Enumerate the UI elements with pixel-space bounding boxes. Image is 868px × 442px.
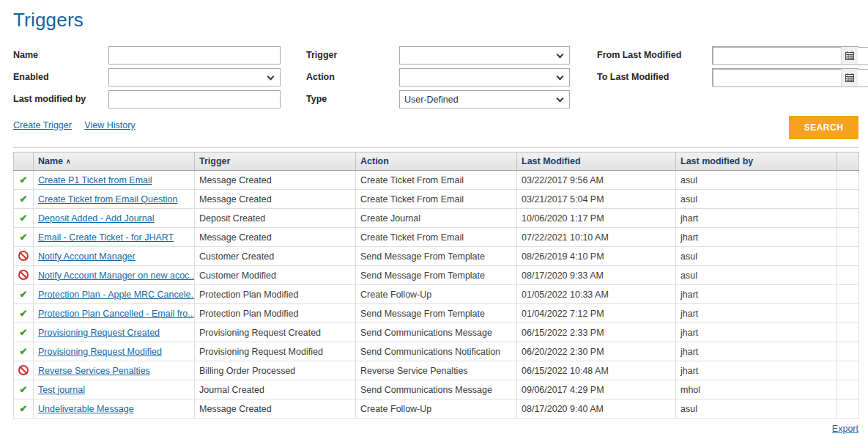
enabled-check-icon: ✔: [20, 308, 28, 319]
last-modified-cell: 08/26/2019 4:10 PM: [517, 247, 676, 266]
trigger-name-link[interactable]: Test journal: [38, 385, 85, 395]
enabled-check-icon: ✔: [20, 346, 28, 357]
last-modified-cell: 06/15/2022 10:48 AM: [517, 361, 676, 380]
last-modified-cell: 01/04/2022 7:12 PM: [517, 304, 676, 323]
action-cell: Create Journal: [356, 209, 517, 228]
disabled-blocked-icon: [18, 270, 29, 280]
trigger-name-link[interactable]: Create Ticket from Email Question: [38, 194, 177, 205]
trigger-cell: Message Created: [195, 399, 356, 419]
name-cell: Test journal: [34, 380, 195, 399]
trigger-name-link[interactable]: Create P1 Ticket from Email: [38, 175, 152, 185]
trigger-name-link[interactable]: Deposit Added - Add Journal: [38, 213, 154, 224]
name-cell: Notify Account Manager: [34, 247, 195, 266]
last-modified-cell: 06/15/2022 2:33 PM: [517, 323, 676, 342]
calendar-icon[interactable]: [841, 69, 858, 86]
trigger-name-link[interactable]: Email - Create Ticket - for JHART: [38, 232, 174, 243]
table-row: ✔ Deposit Added - Add Journal Deposit Cr…: [14, 209, 859, 228]
trigger-column-header[interactable]: Trigger: [195, 152, 356, 171]
action-cell: Send Communications Message: [356, 380, 517, 399]
calendar-icon[interactable]: [841, 47, 858, 64]
table-row: Notify Account Manager on new acoc... Cu…: [14, 266, 859, 285]
last-modified-by-column-header[interactable]: Last modified by: [676, 152, 837, 171]
status-cell: [14, 361, 34, 380]
export-link[interactable]: Export: [832, 424, 858, 434]
empty-cell: [837, 285, 859, 304]
trigger-name-link[interactable]: Undeliverable Message: [38, 404, 134, 414]
trigger-cell: Provisioning Request Created: [195, 323, 356, 342]
type-select[interactable]: User-Defined: [399, 90, 570, 108]
status-cell: ✔: [14, 190, 34, 209]
empty-cell: [837, 228, 859, 247]
last-modified-cell: 10/06/2020 1:17 PM: [517, 209, 676, 228]
last-modified-cell: 06/20/2022 2:30 PM: [517, 342, 676, 361]
last-modified-by-cell: jhart: [676, 285, 837, 304]
last-modified-cell: 01/05/2022 10:33 AM: [517, 285, 676, 304]
from-last-modified-label: From Last Modified: [597, 46, 712, 65]
trigger-name-link[interactable]: Protection Plan Cancelled - Email fro...: [38, 309, 195, 319]
enabled-check-icon: ✔: [20, 213, 28, 224]
action-cell: Send Message From Template: [356, 266, 517, 285]
trigger-name-link[interactable]: Notify Account Manager: [38, 251, 136, 262]
sort-asc-icon: ∧: [66, 158, 71, 165]
table-row: ✔ Create Ticket from Email Question Mess…: [14, 190, 859, 209]
name-cell: Email - Create Ticket - for JHART: [34, 228, 195, 247]
enabled-check-icon: ✔: [20, 384, 28, 395]
search-button[interactable]: SEARCH: [789, 116, 858, 139]
table-row: ✔ Protection Plan - Apple MRC Cancele...…: [14, 285, 859, 304]
action-cell: Send Communications Message: [356, 323, 517, 342]
view-history-link[interactable]: View History: [84, 120, 135, 130]
name-input[interactable]: [108, 46, 281, 65]
trigger-name-link[interactable]: Reverse Services Penalties: [38, 366, 150, 376]
last-modified-by-cell: asul: [676, 190, 837, 209]
enabled-label: Enabled: [13, 68, 108, 86]
trigger-cell: Provisioning Request Modified: [195, 342, 356, 361]
name-cell: Deposit Added - Add Journal: [34, 209, 195, 228]
trigger-name-link[interactable]: Provisioning Request Modified: [38, 347, 162, 357]
trigger-select[interactable]: [399, 46, 570, 65]
trigger-cell: Message Created: [195, 228, 356, 247]
status-cell: ✔: [14, 323, 34, 342]
disabled-blocked-icon: [18, 251, 29, 261]
empty-cell: [837, 399, 859, 419]
empty-cell: [837, 361, 859, 380]
empty-cell: [837, 190, 859, 209]
name-cell: Create P1 Ticket from Email: [34, 171, 195, 190]
trigger-name-link[interactable]: Notify Account Manager on new acoc...: [38, 270, 195, 281]
last-modified-cell: 08/17/2020 9:40 AM: [517, 399, 676, 419]
trigger-name-link[interactable]: Protection Plan - Apple MRC Cancele...: [38, 290, 195, 300]
trigger-cell: Message Created: [195, 171, 356, 190]
enabled-check-icon: ✔: [20, 403, 28, 414]
empty-cell: [837, 209, 859, 228]
status-cell: ✔: [14, 228, 34, 247]
enabled-select[interactable]: [108, 68, 281, 86]
to-last-modified-label: To Last Modified: [597, 68, 712, 86]
last-modified-by-input[interactable]: [108, 90, 281, 108]
name-cell: Notify Account Manager on new acoc...: [34, 266, 195, 285]
last-modified-cell: 03/21/2017 5:04 PM: [517, 190, 676, 209]
table-row: ✔ Create P1 Ticket from Email Message Cr…: [14, 171, 859, 190]
action-select[interactable]: [399, 68, 570, 86]
last-modified-cell: 07/22/2021 10:10 AM: [517, 228, 676, 247]
create-trigger-link[interactable]: Create Trigger: [13, 120, 72, 130]
trigger-cell: Protection Plan Modified: [195, 304, 356, 323]
action-column-header[interactable]: Action: [356, 152, 517, 171]
empty-cell: [837, 342, 859, 361]
trigger-cell: Protection Plan Modified: [195, 285, 356, 304]
action-cell: Reverse Service Penalties: [356, 361, 517, 380]
trigger-name-link[interactable]: Provisioning Request Created: [38, 328, 160, 338]
name-label: Name: [13, 46, 108, 65]
action-cell: Send Message From Template: [356, 247, 517, 266]
last-modified-cell: 08/17/2020 9:33 AM: [517, 266, 676, 285]
enabled-check-icon: ✔: [20, 327, 28, 338]
trigger-cell: Billing Order Processed: [195, 361, 356, 380]
status-cell: ✔: [14, 209, 34, 228]
name-column-header[interactable]: Name∧: [34, 152, 195, 171]
trigger-cell: Journal Created: [195, 380, 356, 399]
last-modified-by-cell: asul: [676, 266, 837, 285]
last-modified-column-header[interactable]: Last Modified: [517, 152, 676, 171]
disabled-blocked-icon: [18, 365, 29, 375]
filter-form: Name Trigger From Last Modified Enabled: [13, 46, 858, 108]
trigger-cell: Customer Created: [195, 247, 356, 266]
action-cell: Create Follow-Up: [356, 399, 517, 419]
last-modified-by-cell: mhol: [676, 380, 837, 399]
